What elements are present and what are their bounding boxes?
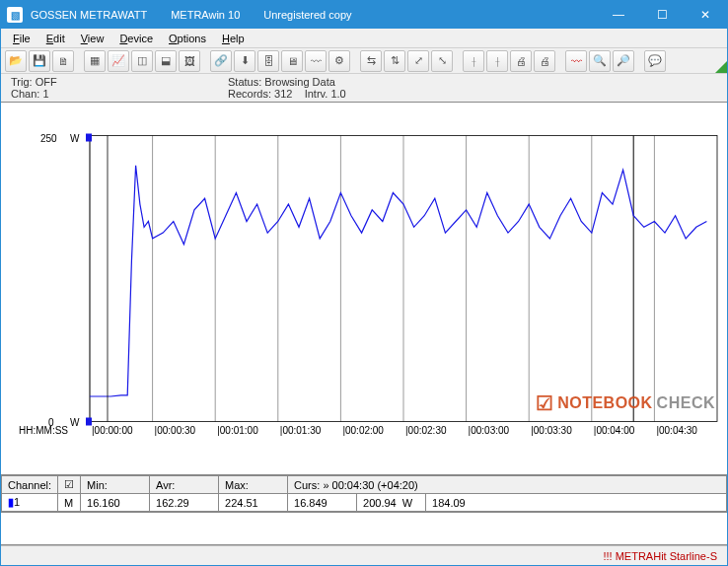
- tool-scale1-icon[interactable]: ⇆: [360, 50, 382, 72]
- tool-monitor-icon[interactable]: 🖥: [281, 50, 303, 72]
- svg-text:|00:03:30: |00:03:30: [531, 425, 572, 436]
- row-avr: 162.29: [150, 494, 219, 512]
- hdr-min: Min:: [81, 476, 150, 494]
- watermark-text1: NOTEBOOK: [557, 394, 652, 412]
- grid-header-row: Channel: ☑ Min: Avr: Max: Curs: » 00:04:…: [2, 476, 727, 494]
- status-label: Status:: [228, 76, 261, 88]
- svg-text:HH:MM:SS: HH:MM:SS: [19, 425, 68, 436]
- toolbar-grip-icon: [715, 61, 727, 73]
- app-name: METRAwin 10: [171, 9, 240, 21]
- row-c2: 200.94: [363, 497, 397, 509]
- svg-text:|00:04:00: |00:04:00: [594, 425, 635, 436]
- svg-text:|00:00:30: |00:00:30: [155, 425, 196, 436]
- app-icon: ▧: [7, 7, 23, 23]
- hdr-avr: Avr:: [150, 476, 219, 494]
- menubar: File Edit View Device Options Help: [1, 29, 727, 48]
- row-idx: 1: [14, 496, 20, 508]
- svg-text:|00:01:00: |00:01:00: [217, 425, 258, 436]
- tool-scale2-icon[interactable]: ⇅: [384, 50, 405, 72]
- menu-device[interactable]: Device: [111, 31, 161, 46]
- row-c3: 184.09: [426, 494, 727, 512]
- close-button[interactable]: ✕: [684, 1, 727, 29]
- tool-scale3-icon[interactable]: ⤢: [407, 50, 429, 72]
- tool-cursor2-icon[interactable]: ⟊: [486, 50, 508, 72]
- data-grid: Channel: ☑ Min: Avr: Max: Curs: » 00:04:…: [1, 474, 727, 545]
- tool-chat-icon[interactable]: 💬: [644, 50, 666, 72]
- tool-photo-icon[interactable]: 🖼: [179, 50, 200, 72]
- svg-text:|00:04:30: |00:04:30: [656, 425, 697, 436]
- menu-options[interactable]: Options: [161, 31, 214, 46]
- chart-svg: |00:00:00|00:00:30|00:01:00|00:01:30|00:…: [1, 103, 727, 474]
- hdr-cursor: Curs: » 00:04:30 (+04:20): [288, 476, 727, 494]
- watermark-check-icon: ☑: [536, 391, 554, 415]
- tool-chart-icon[interactable]: 📈: [108, 50, 129, 72]
- minimize-button[interactable]: —: [597, 1, 640, 29]
- svg-text:|00:00:00: |00:00:00: [92, 425, 133, 436]
- hdr-channel: Channel:: [2, 476, 58, 494]
- tool-saveas-icon[interactable]: 🗎: [52, 50, 74, 72]
- chan-value: 1: [42, 88, 48, 100]
- svg-text:|00:01:30: |00:01:30: [280, 425, 322, 436]
- tool-link-icon[interactable]: 🔗: [210, 50, 232, 72]
- menu-file[interactable]: File: [5, 31, 38, 46]
- records-value: 312: [274, 88, 292, 100]
- watermark: ☑ NOTEBOOKCHECK: [536, 391, 715, 415]
- svg-text:|00:03:00: |00:03:00: [469, 425, 510, 436]
- svg-text:W: W: [70, 133, 80, 144]
- status-row: Trig: OFF Chan: 1 Status: Browsing Data …: [1, 74, 727, 102]
- hdr-checkbox[interactable]: ☑: [58, 476, 81, 494]
- svg-rect-26: [86, 134, 92, 142]
- tool-print2-icon[interactable]: 🖨: [534, 50, 555, 72]
- svg-text:|00:02:00: |00:02:00: [342, 425, 384, 436]
- svg-text:W: W: [70, 417, 80, 428]
- tool-zoomin-icon[interactable]: 🔍: [589, 50, 611, 72]
- tool-download-icon[interactable]: ⬇: [234, 50, 255, 72]
- grid-data-row[interactable]: ▮1 M 16.160 162.29 224.51 16.849 200.94 …: [2, 494, 727, 512]
- watermark-text2: CHECK: [657, 394, 715, 412]
- trig-value: OFF: [36, 76, 57, 88]
- menu-view[interactable]: View: [73, 31, 112, 46]
- statusbar: !!! METRAHit Starline-S: [1, 545, 727, 565]
- menu-edit[interactable]: Edit: [38, 31, 73, 46]
- tool-settings-icon[interactable]: ⚙: [328, 50, 350, 72]
- tool-scale4-icon[interactable]: ⤡: [431, 50, 453, 72]
- row-min: 16.160: [81, 494, 150, 512]
- tool-zoomout-icon[interactable]: 🔎: [613, 50, 634, 72]
- tool-open-icon[interactable]: 📂: [5, 50, 27, 72]
- chart-area[interactable]: |00:00:00|00:00:30|00:01:00|00:01:30|00:…: [1, 102, 727, 474]
- tool-zoomplus-icon[interactable]: 〰: [565, 50, 587, 72]
- menu-help[interactable]: Help: [214, 31, 253, 46]
- titlebar: ▧ GOSSEN METRAWATT METRAwin 10 Unregiste…: [1, 1, 727, 29]
- brand-name: GOSSEN METRAWATT: [31, 9, 147, 21]
- tool-split2-icon[interactable]: ⬓: [155, 50, 177, 72]
- trig-label: Trig:: [11, 76, 33, 88]
- intrv-value: 1.0: [330, 88, 345, 100]
- tool-cursor1-icon[interactable]: ⟊: [463, 50, 484, 72]
- maximize-button[interactable]: ☐: [640, 1, 684, 29]
- tool-print-icon[interactable]: 🖨: [510, 50, 532, 72]
- tool-wave-icon[interactable]: 〰: [305, 50, 327, 72]
- row-unit: W: [402, 497, 412, 509]
- row-marker: M: [58, 494, 81, 512]
- tool-split-icon[interactable]: ◫: [131, 50, 153, 72]
- svg-text:|00:02:30: |00:02:30: [405, 425, 447, 436]
- svg-rect-27: [86, 418, 92, 426]
- tool-grid-icon[interactable]: ▦: [84, 50, 106, 72]
- hdr-max: Max:: [219, 476, 288, 494]
- svg-text:250: 250: [40, 133, 57, 144]
- intrv-label: Intrv.: [305, 88, 328, 100]
- registration-status: Unregistered copy: [263, 9, 351, 21]
- tool-db-icon[interactable]: 🗄: [257, 50, 279, 72]
- chan-label: Chan:: [11, 88, 39, 100]
- statusbar-msg: !!! METRAHit Starline-S: [603, 550, 717, 562]
- status-value: Browsing Data: [264, 76, 335, 88]
- records-label: Records:: [228, 88, 271, 100]
- toolbar: 📂 💾 🗎 ▦ 📈 ◫ ⬓ 🖼 🔗 ⬇ 🗄 🖥 〰 ⚙ ⇆ ⇅ ⤢ ⤡ ⟊ ⟊ …: [1, 48, 727, 74]
- tool-save-icon[interactable]: 💾: [29, 50, 50, 72]
- row-max: 224.51: [219, 494, 288, 512]
- row-c1: 16.849: [288, 494, 357, 512]
